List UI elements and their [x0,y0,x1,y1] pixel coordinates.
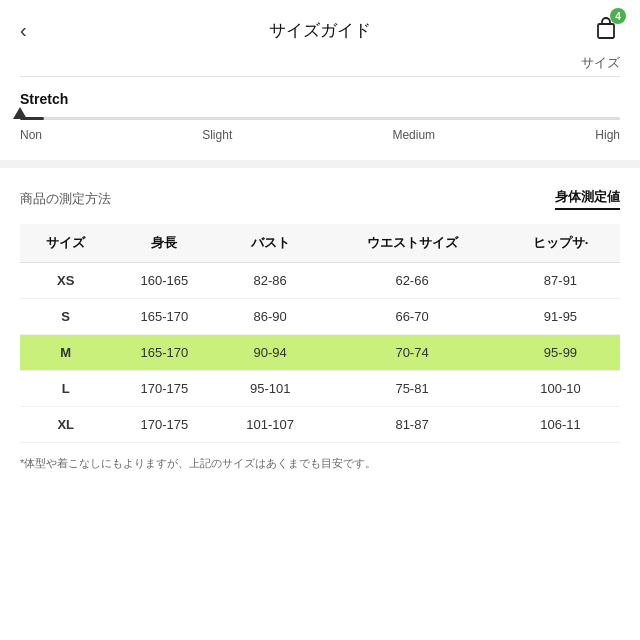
cell-size: S [20,299,111,335]
col-height: 身長 [111,224,217,263]
cell-bust: 86-90 [217,299,323,335]
body-measure-label: 身体測定値 [555,188,620,210]
table-row: S165-17086-9066-7091-95 [20,299,620,335]
label-medium: Medium [392,128,435,142]
section-divider [0,160,640,168]
cell-size: L [20,371,111,407]
label-high: High [595,128,620,142]
cell-waist: 75-81 [323,371,501,407]
cell-height: 165-170 [111,335,217,371]
page-title: サイズガイド [269,19,371,42]
slider-labels: Non Slight Medium High [20,128,620,142]
table-row: L170-17595-10175-81100-10 [20,371,620,407]
cell-waist: 70-74 [323,335,501,371]
cell-waist: 81-87 [323,407,501,443]
cell-bust: 101-107 [217,407,323,443]
cell-hip: 100-10 [501,371,620,407]
cell-bust: 90-94 [217,335,323,371]
cell-bust: 82-86 [217,263,323,299]
measurement-header: 商品の測定方法 身体測定値 [20,188,620,210]
cell-hip: 91-95 [501,299,620,335]
table-row: XS160-16582-8662-6687-91 [20,263,620,299]
header: ‹ サイズガイド 4 [0,0,640,54]
product-measure-label: 商品の測定方法 [20,190,111,208]
slider-track[interactable] [20,117,620,120]
cell-bust: 95-101 [217,371,323,407]
table-row: M165-17090-9470-7495-99 [20,335,620,371]
slider-thumb [13,107,27,119]
cell-height: 160-165 [111,263,217,299]
col-bust: バスト [217,224,323,263]
col-waist: ウエストサイズ [323,224,501,263]
cell-height: 165-170 [111,299,217,335]
table-row: XL170-175101-10781-87106-11 [20,407,620,443]
footnote: *体型や着こなしにもよりますが、上記のサイズはあくまでも目安です。 [0,443,640,489]
stretch-title: Stretch [20,91,620,107]
cell-size: XS [20,263,111,299]
col-size: サイズ [20,224,111,263]
back-button[interactable]: ‹ [20,15,35,46]
col-hip: ヒップサ· [501,224,620,263]
cell-hip: 87-91 [501,263,620,299]
table-header-row: サイズ 身長 バスト ウエストサイズ ヒップサ· [20,224,620,263]
label-slight: Slight [202,128,232,142]
cell-waist: 62-66 [323,263,501,299]
label-non: Non [20,128,42,142]
cart-button[interactable]: 4 [592,14,620,46]
stretch-section: Stretch Non Slight Medium High [0,77,640,152]
cart-badge: 4 [610,8,626,24]
size-table: サイズ 身長 バスト ウエストサイズ ヒップサ· XS160-16582-866… [20,224,620,443]
measurement-section: 商品の測定方法 身体測定値 サイズ 身長 バスト ウエストサイズ ヒップサ· X… [0,176,640,443]
cell-size: XL [20,407,111,443]
cell-hip: 95-99 [501,335,620,371]
cell-height: 170-175 [111,371,217,407]
subheader: サイズ [0,54,640,76]
cell-hip: 106-11 [501,407,620,443]
svg-rect-0 [598,24,614,38]
cell-waist: 66-70 [323,299,501,335]
cell-height: 170-175 [111,407,217,443]
cell-size: M [20,335,111,371]
size-label: サイズ [581,54,620,72]
